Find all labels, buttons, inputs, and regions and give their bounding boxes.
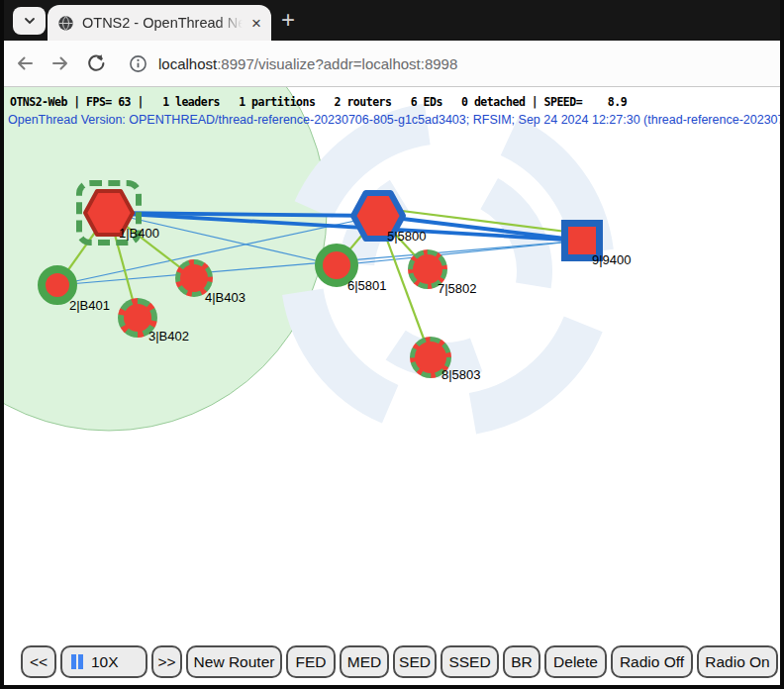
globe-favicon-icon xyxy=(57,15,74,32)
action-toolbar: <<10X>>New RouterFEDMEDSEDSSEDBRDeleteRa… xyxy=(21,645,784,678)
window-border-bottom xyxy=(0,685,784,689)
button-label: 10X xyxy=(91,653,119,671)
browser-tab[interactable]: OTNS2 - OpenThread Ne × xyxy=(48,5,271,41)
button-label: SSED xyxy=(448,653,490,671)
tab-search-button[interactable] xyxy=(13,7,46,35)
node-label-4: 4|B403 xyxy=(205,290,245,305)
url-host: localhost xyxy=(158,55,217,72)
sed-button[interactable]: SED xyxy=(393,645,437,678)
reload-button[interactable] xyxy=(85,52,107,74)
node-label-1: 1|B400 xyxy=(119,226,159,241)
node-label-3: 3|B402 xyxy=(148,329,189,344)
button-label: New Router xyxy=(194,653,275,671)
button-label: MED xyxy=(347,653,381,671)
button-label: >> xyxy=(157,653,175,671)
radio-off-button[interactable]: Radio Off xyxy=(611,645,693,678)
node-label-5: 5|5800 xyxy=(387,229,427,244)
address-input[interactable]: localhost:8997/visualize?addr=localhost:… xyxy=(158,55,457,72)
version-line: OpenThread Version: OPENTHREAD/thread-re… xyxy=(8,113,784,127)
pause-icon xyxy=(71,654,85,669)
window-border-left xyxy=(0,0,4,689)
site-info-button[interactable] xyxy=(129,54,147,73)
node-label-6: 6|5801 xyxy=(347,278,387,293)
delete-button[interactable]: Delete xyxy=(544,645,607,678)
radio-range-circle xyxy=(0,87,327,431)
tab-close-icon[interactable]: × xyxy=(251,15,261,32)
back-arrow-icon xyxy=(14,52,36,74)
url-path: :8997/visualize?addr=localhost:8998 xyxy=(217,55,457,72)
node-label-8: 8|5803 xyxy=(441,367,481,382)
window-border-right xyxy=(780,0,784,689)
new-router-button[interactable]: New Router xyxy=(186,645,282,678)
button-label: Radio Off xyxy=(620,653,684,671)
network-links-layer xyxy=(0,87,784,685)
forward-button[interactable] xyxy=(49,52,71,74)
tab-title: OTNS2 - OpenThread Ne xyxy=(82,15,247,31)
chevron-down-icon xyxy=(22,13,38,29)
button-label: BR xyxy=(511,653,533,671)
br-button[interactable]: BR xyxy=(503,645,540,678)
reload-icon xyxy=(85,52,107,74)
url-bar: localhost:8997/visualize?addr=localhost:… xyxy=(0,41,784,87)
tab-bar: OTNS2 - OpenThread Ne × + xyxy=(0,0,784,41)
simulation-canvas[interactable]: OTNS2-Web | FPS= 63 | 1 leaders 1 partit… xyxy=(0,87,784,685)
speed-down-button[interactable]: << xyxy=(21,645,56,678)
status-line: OTNS2-Web | FPS= 63 | 1 leaders 1 partit… xyxy=(10,95,627,109)
button-label: Radio On xyxy=(705,653,769,671)
button-label: FED xyxy=(296,653,327,671)
new-tab-button[interactable]: + xyxy=(281,6,295,34)
info-icon xyxy=(129,54,147,73)
button-label: << xyxy=(30,653,48,671)
speed-pause-button[interactable]: 10X xyxy=(60,645,147,678)
button-label: SED xyxy=(399,653,431,671)
browser-window: OTNS2 - OpenThread Ne × + localhost:8997… xyxy=(0,0,784,689)
radio-on-button[interactable]: Radio On xyxy=(697,645,778,678)
node-label-9: 9|9400 xyxy=(592,252,632,267)
ssed-button[interactable]: SSED xyxy=(441,645,499,678)
back-button[interactable] xyxy=(14,52,36,74)
speed-up-button[interactable]: >> xyxy=(151,645,182,678)
button-label: Delete xyxy=(553,653,598,671)
forward-arrow-icon xyxy=(49,52,71,74)
node-label-2: 2|B401 xyxy=(69,298,110,313)
node-label-7: 7|5802 xyxy=(438,281,477,296)
fed-button[interactable]: FED xyxy=(286,645,336,678)
med-button[interactable]: MED xyxy=(340,645,389,678)
